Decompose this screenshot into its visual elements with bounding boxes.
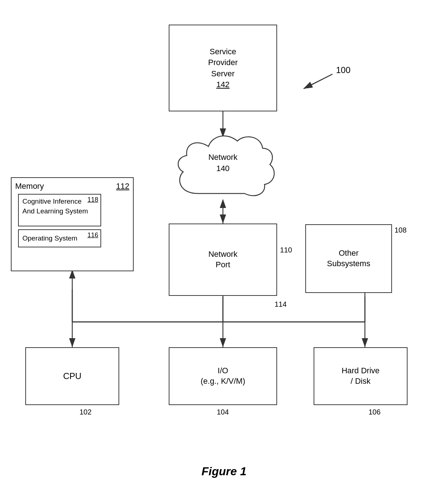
hard-drive-box: Hard Drive / Disk: [314, 347, 408, 405]
service-provider-server-box: Service Provider Server 142: [169, 25, 277, 111]
network-port-box: Network Port: [169, 224, 277, 296]
memory-box: Memory 112 118 Cognitive InferenceAnd Le…: [11, 177, 134, 271]
cpu-ref-label: 102: [79, 408, 91, 416]
operating-system-box: Operating System 116: [18, 229, 101, 247]
operating-system-label: Operating System: [22, 234, 77, 242]
other-subsystems-ref-label: 108: [395, 226, 406, 234]
io-label: I/O (e.g., K/V/M): [201, 366, 245, 386]
memory-title-row: Memory 112: [15, 182, 129, 191]
ref100-arrow: [296, 71, 340, 92]
network-ref: 140: [216, 164, 230, 173]
figure-caption: Figure 1: [202, 465, 246, 478]
network-port-ref-label: 110: [280, 246, 292, 254]
memory-ref: 112: [116, 182, 129, 191]
other-subsystems-box: Other Subsystems: [305, 224, 392, 293]
service-provider-label: Service Provider Server: [208, 46, 238, 80]
diagram-container: Service Provider Server 142 Network 140 …: [0, 0, 448, 489]
cognitive-inference-box: 118 Cognitive InferenceAnd Learning Syst…: [18, 194, 101, 226]
cpu-label: CPU: [63, 370, 82, 382]
bus-ref-label: 114: [275, 300, 287, 309]
memory-label: Memory: [15, 182, 44, 191]
operating-system-ref: 116: [87, 231, 98, 239]
cognitive-inference-label: Cognitive InferenceAnd Learning System: [22, 197, 88, 215]
io-box: I/O (e.g., K/V/M): [169, 347, 277, 405]
network-port-label: Network Port: [208, 249, 238, 270]
network-cloud: Network 140: [169, 128, 277, 209]
network-label: Network: [208, 153, 238, 162]
hard-drive-ref-label: 106: [369, 408, 380, 416]
cognitive-inference-ref: 118: [87, 196, 98, 204]
other-subsystems-label: Other Subsystems: [327, 248, 370, 269]
svg-line-18: [304, 74, 332, 89]
cpu-box: CPU: [25, 347, 119, 405]
hard-drive-label: Hard Drive / Disk: [341, 366, 379, 386]
io-ref-label: 104: [217, 408, 229, 416]
service-provider-ref: 142: [216, 80, 230, 90]
